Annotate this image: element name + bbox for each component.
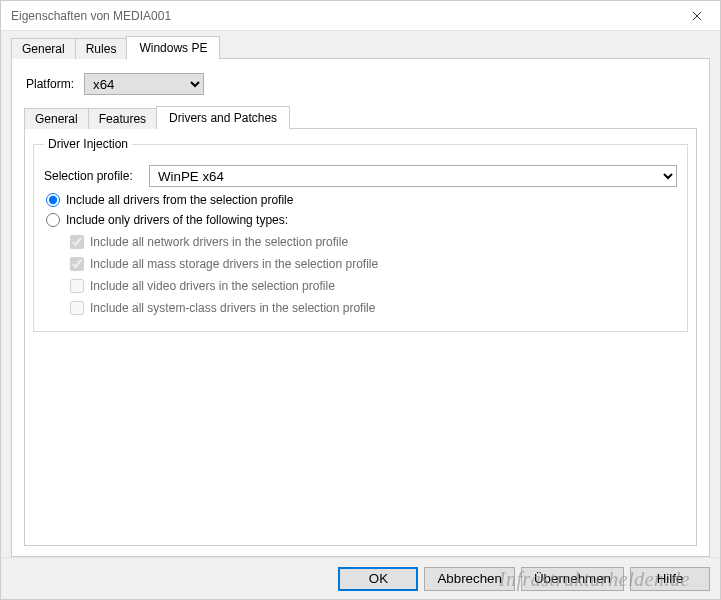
radio-include-all[interactable] xyxy=(46,193,60,207)
driver-injection-group: Driver Injection Selection profile: WinP… xyxy=(33,137,688,332)
inner-tab-drivers-patches[interactable]: Drivers and Patches xyxy=(156,106,290,130)
window-body: General Rules Windows PE Platform: x64 G… xyxy=(1,31,720,557)
check-storage-label: Include all mass storage drivers in the … xyxy=(90,257,378,271)
outer-tabs: General Rules Windows PE xyxy=(11,37,710,59)
close-button[interactable] xyxy=(674,1,720,31)
radio-include-all-row: Include all drivers from the selection p… xyxy=(46,193,677,207)
check-network-label: Include all network drivers in the selec… xyxy=(90,235,348,249)
tab-panel-windows-pe: Platform: x64 General Features Drivers a… xyxy=(11,58,710,557)
titlebar: Eigenschaften von MEDIA001 xyxy=(1,1,720,31)
inner-tab-general[interactable]: General xyxy=(24,108,89,129)
radio-include-all-label: Include all drivers from the selection p… xyxy=(66,193,293,207)
button-bar: OK Abbrechen Übernehmen Hilfe Infrastruk… xyxy=(1,557,720,599)
inner-tab-area: General Features Drivers and Patches Dri… xyxy=(24,107,697,546)
check-video-row: Include all video drivers in the selecti… xyxy=(70,279,677,293)
check-network-row: Include all network drivers in the selec… xyxy=(70,235,677,249)
platform-label: Platform: xyxy=(26,77,74,91)
platform-select[interactable]: x64 xyxy=(84,73,204,95)
selection-profile-select[interactable]: WinPE x64 xyxy=(149,165,677,187)
check-storage xyxy=(70,257,84,271)
platform-row: Platform: x64 xyxy=(26,73,697,95)
selection-profile-label: Selection profile: xyxy=(44,169,139,183)
selection-profile-row: Selection profile: WinPE x64 xyxy=(44,165,677,187)
group-legend: Driver Injection xyxy=(44,137,132,151)
apply-button[interactable]: Übernehmen xyxy=(521,567,624,591)
properties-window: Eigenschaften von MEDIA001 General Rules… xyxy=(0,0,721,600)
check-storage-row: Include all mass storage drivers in the … xyxy=(70,257,677,271)
ok-button[interactable]: OK xyxy=(338,567,418,591)
window-title: Eigenschaften von MEDIA001 xyxy=(11,9,674,23)
cancel-button[interactable]: Abbrechen xyxy=(424,567,514,591)
check-network xyxy=(70,235,84,249)
tab-general[interactable]: General xyxy=(11,38,76,59)
inner-tab-features[interactable]: Features xyxy=(88,108,157,129)
inner-panel-drivers-patches: Driver Injection Selection profile: WinP… xyxy=(24,128,697,546)
check-video xyxy=(70,279,84,293)
check-video-label: Include all video drivers in the selecti… xyxy=(90,279,335,293)
check-system xyxy=(70,301,84,315)
check-system-row: Include all system-class drivers in the … xyxy=(70,301,677,315)
tab-rules[interactable]: Rules xyxy=(75,38,128,59)
help-button[interactable]: Hilfe xyxy=(630,567,710,591)
close-icon xyxy=(692,11,702,21)
radio-include-types[interactable] xyxy=(46,213,60,227)
tab-windows-pe[interactable]: Windows PE xyxy=(126,36,220,60)
radio-include-types-row: Include only drivers of the following ty… xyxy=(46,213,677,227)
radio-include-types-label: Include only drivers of the following ty… xyxy=(66,213,288,227)
inner-tabs: General Features Drivers and Patches xyxy=(24,107,697,129)
check-system-label: Include all system-class drivers in the … xyxy=(90,301,375,315)
